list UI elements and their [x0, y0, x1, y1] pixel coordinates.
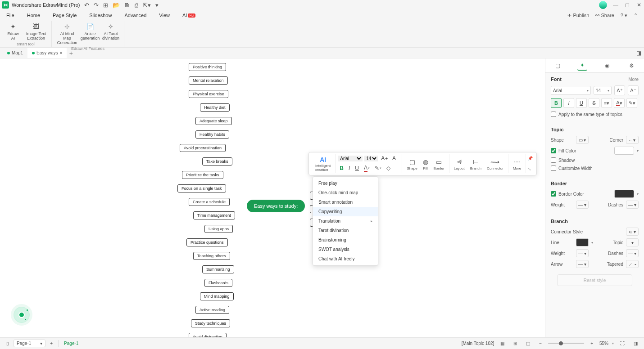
topic-node[interactable]: Create a schedule — [189, 198, 230, 206]
ai-menu-item[interactable]: Tarot divination — [313, 226, 378, 235]
shape-select[interactable]: ▭ ▾ — [576, 136, 589, 144]
arrow-select[interactable]: — ▾ — [576, 260, 589, 268]
border-button[interactable]: ▭Border — [432, 157, 446, 171]
zoom-in-button[interactable]: + — [588, 341, 596, 346]
branch-button[interactable]: ⊢Branch — [468, 157, 483, 171]
fill-color-swatch[interactable] — [614, 147, 634, 155]
panel-tab-settings[interactable]: ⚙ — [627, 61, 637, 71]
ai-menu-item[interactable]: Chat with AI freely — [313, 254, 378, 264]
ai-menu-item[interactable]: SWOT analysis — [313, 245, 378, 254]
ai-menu-item[interactable]: Copywriting — [313, 207, 378, 216]
collapse-ribbon-icon[interactable]: ⌃ — [634, 13, 638, 18]
ribbon-article-generation[interactable]: 📄Article generation — [80, 22, 100, 46]
font-size-select[interactable]: 14 — [364, 156, 378, 161]
underline-button[interactable]: U — [354, 164, 360, 172]
topic-node[interactable]: Healthy diet — [200, 103, 230, 112]
clear-format-button[interactable]: ◇ — [385, 164, 392, 172]
topic-node[interactable]: Avoid distraction — [189, 333, 227, 337]
doc-tab-map1[interactable]: Map1 — [3, 48, 27, 58]
topic-node[interactable]: Practice questions — [186, 238, 228, 246]
font-color-button[interactable]: A▾ — [614, 98, 625, 108]
font-increase-button[interactable]: A+ — [380, 154, 389, 162]
topic-node[interactable]: Take breaks — [202, 157, 232, 166]
tapered-select[interactable]: ⟋ ▾ — [626, 260, 639, 268]
page-select[interactable]: Page-1▾ — [14, 340, 45, 347]
add-tab-button[interactable]: + — [67, 49, 76, 57]
branch-dashes-select[interactable]: — ▾ — [626, 249, 639, 257]
font-increase-button[interactable]: A⁺ — [614, 85, 625, 95]
shape-button[interactable]: ▢Shape — [405, 157, 419, 171]
border-color-checkbox[interactable]: Border Color — [551, 191, 584, 197]
panel-tab-tag[interactable]: ◉ — [602, 61, 612, 71]
highlight-button[interactable]: ✎▾ — [626, 98, 637, 108]
border-dashes-select[interactable]: — ▾ — [626, 201, 639, 209]
reset-style-button[interactable]: Reset style — [557, 274, 632, 286]
topic-node[interactable]: Adequate sleep — [195, 117, 232, 125]
outline-toggle-icon[interactable]: ▯ — [4, 341, 12, 346]
minimize-button[interactable]: — — [612, 2, 619, 8]
maximize-button[interactable]: ◻ — [624, 2, 630, 8]
line-color-swatch[interactable] — [576, 238, 589, 246]
page-tab[interactable]: Page-1 — [61, 341, 81, 346]
apply-same-type-checkbox[interactable]: Apply to the same type of topics — [551, 112, 639, 117]
central-topic[interactable]: Easy ways to study: — [247, 200, 305, 212]
publish-button[interactable]: ✈ Publish — [567, 13, 589, 18]
ai-menu-item[interactable]: Translation▸ — [313, 216, 378, 226]
open-icon[interactable]: 📂 — [113, 2, 120, 9]
topic-node[interactable]: Mental relaxation — [189, 76, 228, 85]
more-button[interactable]: ⋯More — [511, 157, 523, 171]
print-icon[interactable]: ⎙ — [135, 2, 138, 9]
connector-style-select[interactable]: ⊂ ▾ — [626, 228, 639, 236]
ai-menu-item[interactable]: Brainstorming — [313, 235, 378, 245]
zoom-slider[interactable] — [548, 343, 584, 344]
ai-creation-button[interactable]: AI Intelligent creation — [313, 154, 332, 173]
topic-node[interactable]: Using apps — [204, 225, 233, 233]
menu-advanced[interactable]: Advanced — [124, 13, 146, 18]
fit-screen-icon[interactable]: ⛶ — [617, 341, 627, 346]
qat-more-icon[interactable]: ▾ — [155, 2, 159, 9]
redo-icon[interactable]: ↷ — [94, 2, 99, 9]
font-color-button[interactable]: A▾ — [363, 164, 371, 173]
pin-icon[interactable]: 📌 — [528, 156, 533, 161]
chat-fab[interactable] — [14, 307, 30, 323]
corner-select[interactable]: ⌐ ▾ — [626, 136, 639, 144]
ribbon-image-text-extraction[interactable]: 🖼Image Text Extraction — [23, 22, 49, 41]
ribbon-edraw-ai[interactable]: ✦Edraw AI — [3, 22, 23, 41]
border-weight-select[interactable]: — ▾ — [576, 201, 589, 209]
drag-handle-icon[interactable]: ⤡ — [528, 167, 533, 171]
layout-button[interactable]: ⫷Layout — [452, 157, 467, 171]
add-page-button[interactable]: + — [47, 341, 55, 346]
font-family-dropdown[interactable]: Arial▾ — [551, 86, 591, 95]
topic-node[interactable]: Focus on a single task — [177, 184, 226, 192]
topic-node[interactable]: Summarizing — [202, 265, 234, 273]
undo-icon[interactable]: ↶ — [84, 2, 89, 9]
topic-node[interactable]: Teaching others — [193, 252, 230, 260]
font-family-select[interactable]: Arial — [338, 156, 363, 161]
export-icon[interactable]: ⇱▾ — [143, 2, 151, 9]
border-color-swatch[interactable] — [614, 190, 634, 198]
view-mode-2-icon[interactable]: ⊞ — [511, 341, 520, 346]
align-button[interactable]: ≡▾ — [601, 98, 612, 108]
branch-topic-select[interactable]: ▾ — [626, 238, 639, 246]
topic-node[interactable]: Positive thinking — [189, 63, 226, 71]
topic-node[interactable]: Time management — [193, 211, 235, 219]
panel-toggle-icon[interactable]: ◨ — [636, 50, 641, 56]
branch-weight-select[interactable]: — ▾ — [576, 249, 589, 257]
font-decrease-button[interactable]: A⁻ — [628, 85, 639, 95]
underline-button[interactable]: U — [576, 98, 587, 108]
zoom-out-button[interactable]: − — [536, 341, 544, 346]
menu-home[interactable]: Home — [27, 13, 40, 18]
canvas[interactable]: Easy ways to study:Positive thinkingMent… — [0, 58, 545, 337]
connector-button[interactable]: ⟿Connector — [485, 157, 505, 171]
italic-button[interactable]: I — [347, 164, 351, 172]
panel-tab-page[interactable]: ▢ — [553, 61, 562, 71]
new-icon[interactable]: ⊞ — [103, 2, 108, 9]
topic-node[interactable]: Active reading — [195, 306, 229, 314]
topic-node[interactable]: Study techniques — [191, 319, 230, 327]
topic-node[interactable]: Mind mapping — [200, 292, 234, 300]
user-avatar[interactable] — [599, 1, 607, 9]
shadow-checkbox[interactable]: Shadow — [551, 157, 639, 163]
bold-button[interactable]: B — [338, 164, 345, 172]
bold-button[interactable]: B — [551, 98, 562, 108]
view-mode-1-icon[interactable]: ▦ — [498, 341, 507, 346]
